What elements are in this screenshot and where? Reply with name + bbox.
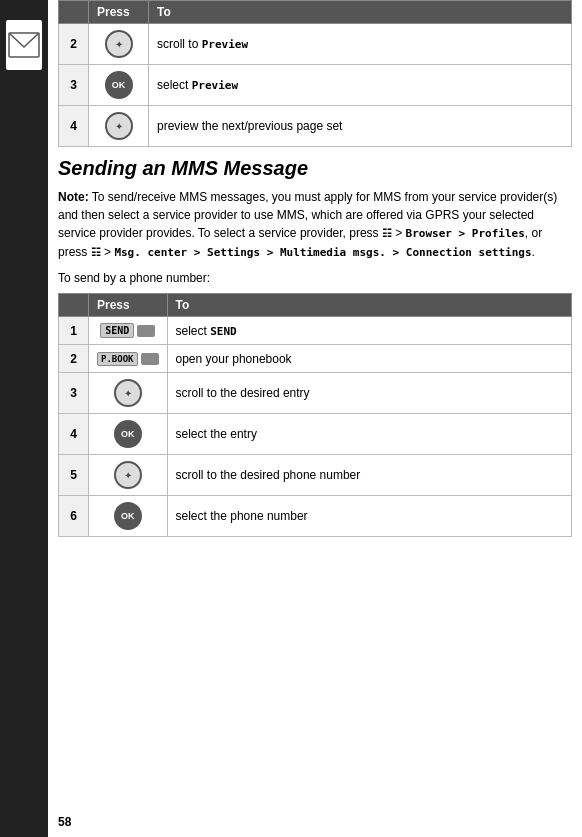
top-table-header-press [59, 1, 89, 24]
note-arrow1: > [392, 226, 406, 240]
row-btn: OK [89, 414, 168, 455]
row-btn: SEND [89, 317, 168, 345]
table-row: 3 OK select Preview [59, 65, 572, 106]
row-action: scroll to the desired phone number [167, 455, 571, 496]
sidebar-label-wrapper: Messages and Chat [0, 0, 48, 837]
top-table-header-to: To [149, 1, 572, 24]
menu-icon-ref2: ☷ [91, 246, 101, 259]
ok-button[interactable]: OK [114, 502, 142, 530]
bottom-table: Press To 1 SEND select SEND 2 [58, 293, 572, 537]
row-action: scroll to the desired entry [167, 373, 571, 414]
send-button[interactable]: SEND [100, 323, 155, 338]
page-number: 58 [58, 815, 71, 829]
envelope-icon [6, 20, 42, 70]
row-num: 4 [59, 414, 89, 455]
to-send-text: To send by a phone number: [58, 271, 572, 285]
bottom-table-header-num [59, 294, 89, 317]
row-btn [89, 373, 168, 414]
bottom-table-header-to: To [167, 294, 571, 317]
ok-button[interactable]: OK [114, 420, 142, 448]
table-row: 5 scroll to the desired phone number [59, 455, 572, 496]
row-btn: P.BOOK [89, 345, 168, 373]
action-bold: SEND [210, 325, 237, 338]
dash-key [141, 353, 159, 365]
row-num: 1 [59, 317, 89, 345]
nav-button[interactable] [105, 112, 133, 140]
menu-icon-ref: ☷ [382, 227, 392, 240]
table-row: 2 scroll to Preview [59, 24, 572, 65]
nav-button[interactable] [114, 379, 142, 407]
top-table-header-press-label: Press [89, 1, 149, 24]
row-action: open your phonebook [167, 345, 571, 373]
nav-button[interactable] [114, 461, 142, 489]
table-row: 6 OK select the phone number [59, 496, 572, 537]
row-btn: OK [89, 65, 149, 106]
main-content: Press To 2 scroll to Preview 3 OK [48, 0, 582, 837]
row-action: preview the next/previous page set [149, 106, 572, 147]
action-bold: Preview [192, 79, 238, 92]
table-row: 3 scroll to the desired entry [59, 373, 572, 414]
row-num: 2 [59, 345, 89, 373]
row-num: 2 [59, 24, 89, 65]
browser-profiles: Browser > Profiles [406, 227, 525, 240]
nav-button[interactable] [105, 30, 133, 58]
bottom-table-header-press: Press [89, 294, 168, 317]
row-action: select the phone number [167, 496, 571, 537]
note-comma: , or [525, 226, 542, 240]
table-row: 2 P.BOOK open your phonebook [59, 345, 572, 373]
top-table: Press To 2 scroll to Preview 3 OK [58, 0, 572, 147]
note-label: Note: [58, 190, 89, 204]
row-num: 3 [59, 65, 89, 106]
row-num: 3 [59, 373, 89, 414]
note-arrow2: > [101, 245, 115, 259]
note-press2: press [58, 245, 91, 259]
row-action: select the entry [167, 414, 571, 455]
row-action: select SEND [167, 317, 571, 345]
send-label: SEND [100, 323, 134, 338]
pbook-button[interactable]: P.BOOK [97, 352, 159, 366]
row-num: 5 [59, 455, 89, 496]
row-btn [89, 455, 168, 496]
row-action: scroll to Preview [149, 24, 572, 65]
note-paragraph: Note: To send/receive MMS messages, you … [58, 188, 572, 261]
msg-center-path: Msg. center > Settings > Multimedia msgs… [114, 246, 531, 259]
section-title: Sending an MMS Message [58, 157, 572, 180]
row-btn: OK [89, 496, 168, 537]
table-row: 1 SEND select SEND [59, 317, 572, 345]
note-end: . [532, 245, 535, 259]
table-row: 4 OK select the entry [59, 414, 572, 455]
ok-button[interactable]: OK [105, 71, 133, 99]
action-bold: Preview [202, 38, 248, 51]
row-btn [89, 106, 149, 147]
pbook-label: P.BOOK [97, 352, 138, 366]
table-row: 4 preview the next/previous page set [59, 106, 572, 147]
dash-key [137, 325, 155, 337]
row-num: 6 [59, 496, 89, 537]
row-btn [89, 24, 149, 65]
sidebar: Messages and Chat [0, 0, 48, 837]
row-num: 4 [59, 106, 89, 147]
row-action: select Preview [149, 65, 572, 106]
